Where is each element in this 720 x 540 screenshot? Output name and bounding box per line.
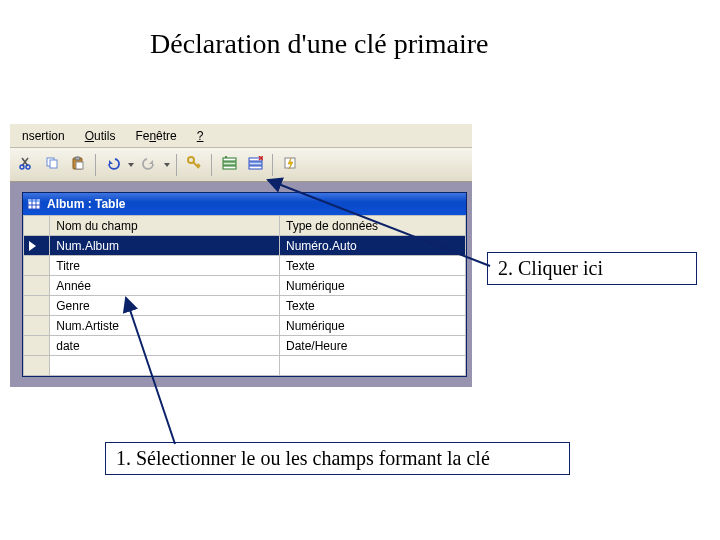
copy-icon xyxy=(45,156,59,173)
svg-rect-6 xyxy=(76,162,83,169)
menu-window[interactable]: Fenêtre xyxy=(127,127,184,145)
undo-icon xyxy=(106,156,120,173)
svg-rect-10 xyxy=(223,166,236,169)
key-icon xyxy=(186,155,202,174)
delete-rows-icon xyxy=(248,156,263,174)
field-name-cell[interactable]: date xyxy=(50,336,280,356)
field-name-cell[interactable] xyxy=(50,356,280,376)
field-type-cell[interactable]: Texte xyxy=(280,256,466,276)
svg-rect-13 xyxy=(249,166,262,169)
lightning-icon xyxy=(283,156,297,173)
redo-icon xyxy=(142,156,156,173)
field-type-cell[interactable]: Numérique xyxy=(280,276,466,296)
redo-dropdown[interactable] xyxy=(163,163,171,167)
row-selector[interactable] xyxy=(24,356,50,376)
window-titlebar[interactable]: Album : Table xyxy=(23,193,466,215)
table-row[interactable]: dateDate/Heure xyxy=(24,336,466,356)
table-row[interactable]: Num.ArtisteNumérique xyxy=(24,316,466,336)
field-type-cell[interactable]: Numéro.Auto xyxy=(280,236,466,256)
row-selector[interactable] xyxy=(24,296,50,316)
row-selector[interactable] xyxy=(24,236,50,256)
insert-rows-icon xyxy=(222,156,237,174)
insert-rows-button[interactable] xyxy=(217,153,241,177)
column-header-type[interactable]: Type de données xyxy=(280,216,466,236)
field-name-cell[interactable]: Titre xyxy=(50,256,280,276)
current-row-marker-icon xyxy=(29,241,36,251)
svg-point-0 xyxy=(20,165,24,169)
table-row[interactable]: AnnéeNumérique xyxy=(24,276,466,296)
undo-button[interactable] xyxy=(101,153,125,177)
page-title: Déclaration d'une clé primaire xyxy=(150,28,489,60)
fields-grid: Nom du champ Type de données Num.AlbumNu… xyxy=(23,215,466,376)
svg-rect-12 xyxy=(249,162,262,165)
svg-rect-16 xyxy=(28,199,40,202)
delete-rows-button[interactable] xyxy=(243,153,267,177)
primary-key-button[interactable] xyxy=(182,153,206,177)
field-name-cell[interactable]: Année xyxy=(50,276,280,296)
field-type-cell[interactable]: Date/Heure xyxy=(280,336,466,356)
redo-button[interactable] xyxy=(137,153,161,177)
window-title: Album : Table xyxy=(47,197,125,211)
row-selector[interactable] xyxy=(24,256,50,276)
svg-rect-9 xyxy=(223,162,236,165)
field-name-cell[interactable]: Genre xyxy=(50,296,280,316)
cut-button[interactable] xyxy=(14,153,38,177)
table-row[interactable]: Num.AlbumNuméro.Auto xyxy=(24,236,466,256)
row-selector[interactable] xyxy=(24,316,50,336)
toolbar xyxy=(10,148,472,182)
table-designer-window: Album : Table Nom du champ Type de donné… xyxy=(22,192,467,377)
mdi-workspace: Album : Table Nom du champ Type de donné… xyxy=(10,182,472,387)
table-row[interactable]: GenreTexte xyxy=(24,296,466,316)
row-selector[interactable] xyxy=(24,276,50,296)
field-name-cell[interactable]: Num.Album xyxy=(50,236,280,256)
menu-bar: nsertion Outils Fenêtre ? xyxy=(10,124,472,148)
copy-button[interactable] xyxy=(40,153,64,177)
app-window: nsertion Outils Fenêtre ? xyxy=(10,123,472,387)
svg-rect-5 xyxy=(75,157,80,160)
field-type-cell[interactable]: Texte xyxy=(280,296,466,316)
menu-help[interactable]: ? xyxy=(189,127,212,145)
corner-header[interactable] xyxy=(24,216,50,236)
cut-icon xyxy=(19,156,33,173)
callout-step-2: 2. Cliquer ici xyxy=(487,252,697,285)
svg-rect-8 xyxy=(223,158,236,161)
table-row-blank[interactable] xyxy=(24,356,466,376)
field-name-cell[interactable]: Num.Artiste xyxy=(50,316,280,336)
paste-button[interactable] xyxy=(66,153,90,177)
indexes-button[interactable] xyxy=(278,153,302,177)
column-header-name[interactable]: Nom du champ xyxy=(50,216,280,236)
svg-point-1 xyxy=(26,165,30,169)
svg-rect-3 xyxy=(50,160,57,168)
field-type-cell[interactable]: Numérique xyxy=(280,316,466,336)
table-row[interactable]: TitreTexte xyxy=(24,256,466,276)
paste-icon xyxy=(71,156,85,173)
row-selector[interactable] xyxy=(24,336,50,356)
menu-insert[interactable]: nsertion xyxy=(14,127,73,145)
menu-tools[interactable]: Outils xyxy=(77,127,124,145)
table-icon xyxy=(27,197,41,211)
field-type-cell[interactable] xyxy=(280,356,466,376)
callout-step-1: 1. Sélectionner le ou les champs formant… xyxy=(105,442,570,475)
undo-dropdown[interactable] xyxy=(127,163,135,167)
